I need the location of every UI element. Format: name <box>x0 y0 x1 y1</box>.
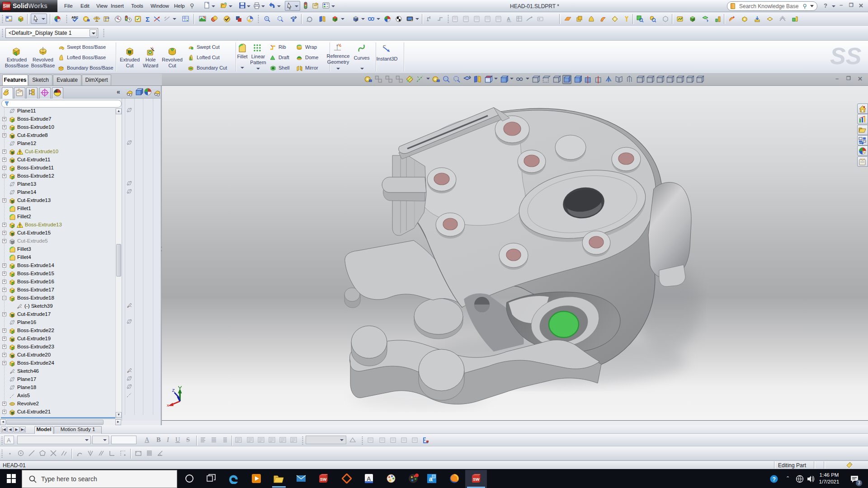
svg-text:GO: GO <box>298 45 302 48</box>
svg-text:x: x <box>167 403 169 408</box>
svg-text:A: A <box>507 16 510 22</box>
svg-text:Σ: Σ <box>146 15 150 23</box>
svg-text:Z: Z <box>172 388 175 393</box>
svg-text:A: A <box>367 475 371 482</box>
svg-text:?: ? <box>773 476 776 483</box>
svg-text:SW: SW <box>473 477 480 482</box>
svg-text:SW: SW <box>320 477 327 482</box>
